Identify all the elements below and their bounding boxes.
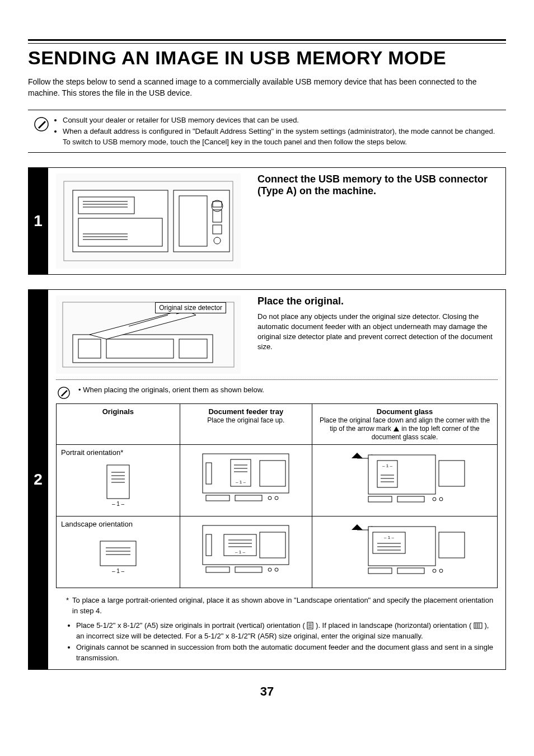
intro-paragraph: Follow the steps below to send a scanned… (28, 77, 506, 98)
svg-rect-21 (106, 339, 174, 358)
svg-text:– 1 –: – 1 – (112, 501, 125, 507)
svg-rect-15 (213, 225, 222, 234)
page-title: SENDING AN IMAGE IN USB MEMORY MODE (28, 47, 506, 69)
orientation-table: Originals Document feeder tray Place the… (56, 403, 498, 588)
portrait-original-icon: – 1 – (61, 457, 175, 513)
svg-rect-86 (439, 532, 465, 558)
info-bullet-1: Consult your dealer or retailer for USB … (63, 115, 504, 126)
info-text: Consult your dealer or retailer for USB … (53, 115, 504, 148)
page-number: 37 (28, 684, 506, 699)
step-2-heading: Place the original. (257, 295, 498, 307)
step-2-number: 2 (28, 289, 48, 670)
svg-point-44 (268, 496, 271, 500)
svg-rect-35 (206, 463, 212, 484)
svg-rect-55 (439, 461, 465, 486)
svg-rect-60 (100, 541, 136, 566)
svg-point-89 (433, 569, 436, 572)
footnote-star: To place a large portrait-oriented origi… (72, 595, 498, 617)
step-1: 1 (28, 167, 506, 275)
portrait-label: Portrait orientation* (61, 448, 123, 457)
svg-rect-22 (179, 339, 207, 358)
machine-illustration (56, 173, 241, 269)
svg-point-59 (439, 497, 443, 501)
svg-rect-88 (397, 568, 424, 574)
svg-marker-27 (394, 426, 399, 431)
svg-rect-57 (397, 496, 424, 502)
svg-text:– 1 –: – 1 – (236, 480, 246, 485)
svg-point-76 (275, 568, 278, 571)
svg-rect-74 (235, 567, 262, 572)
step-2-paragraph: Do not place any objects under the origi… (257, 312, 498, 353)
svg-text:– 1 –: – 1 – (382, 463, 392, 468)
orientation-note-row: • When placing the originals, orient the… (56, 386, 498, 399)
svg-rect-73 (206, 567, 229, 572)
svg-rect-20 (78, 339, 101, 358)
svg-point-58 (433, 497, 436, 501)
footnote-bullet-1: Place 5-1/2" x 8-1/2" (A5) size original… (76, 620, 498, 642)
portrait-page-icon (307, 622, 313, 630)
svg-rect-95 (474, 623, 482, 628)
size-detector-label: Original size detector (155, 302, 226, 313)
info-box: Consult your dealer or retailer for USB … (28, 110, 506, 153)
arrow-mark-icon (393, 426, 400, 433)
svg-rect-72 (260, 532, 285, 558)
svg-rect-3 (78, 197, 134, 214)
orientation-note: • When placing the originals, orient the… (78, 386, 264, 394)
table-row-portrait: Portrait orientation* – 1 – (57, 444, 498, 516)
svg-marker-77 (352, 524, 363, 530)
table-header-originals: Originals (57, 403, 180, 444)
portrait-glass-icon: – 1 – (317, 448, 493, 504)
svg-rect-28 (107, 465, 129, 499)
portrait-feeder-icon: – 1 – (185, 448, 307, 504)
step-1-heading: Connect the USB memory to the USB connec… (257, 173, 498, 197)
table-header-feeder: Document feeder tray Place the original … (180, 403, 312, 444)
step-1-number: 1 (28, 167, 48, 275)
pencil-icon-small (56, 386, 72, 399)
svg-rect-87 (368, 568, 392, 574)
svg-rect-13 (213, 201, 222, 207)
svg-marker-46 (352, 453, 363, 458)
svg-rect-43 (235, 495, 262, 501)
adf-illustration: Original size detector (56, 295, 241, 374)
step-2: 2 Original size detector (28, 289, 506, 670)
svg-point-45 (275, 496, 278, 500)
title-rule (28, 39, 506, 44)
table-header-glass: Document glass Place the original face d… (312, 403, 498, 444)
svg-rect-66 (206, 534, 212, 556)
svg-point-75 (268, 568, 271, 571)
svg-text:– 1 –: – 1 – (384, 535, 394, 540)
svg-rect-7 (78, 218, 162, 246)
landscape-glass-icon: – 1 – (317, 520, 493, 576)
footnote-bullet-2: Originals cannot be scanned in successio… (76, 642, 498, 664)
svg-point-90 (439, 569, 443, 572)
table-row-landscape: Landscape orientation – 1 – (57, 516, 498, 588)
svg-rect-56 (368, 496, 392, 502)
footnotes: * To place a large portrait-oriented ori… (56, 595, 498, 664)
svg-rect-12 (179, 196, 207, 246)
svg-rect-41 (260, 461, 285, 486)
svg-rect-42 (206, 495, 229, 501)
svg-text:– 1 –: – 1 – (235, 550, 245, 555)
landscape-feeder-icon: – 1 – (185, 520, 307, 576)
pencil-icon (30, 115, 53, 132)
dotted-divider (56, 379, 498, 380)
landscape-page-icon (474, 622, 483, 629)
svg-text:– 1 –: – 1 – (112, 568, 125, 574)
info-bullet-2: When a default address is configured in … (63, 126, 504, 148)
landscape-original-icon: – 1 – (61, 528, 175, 584)
landscape-label: Landscape orientation (61, 520, 133, 528)
